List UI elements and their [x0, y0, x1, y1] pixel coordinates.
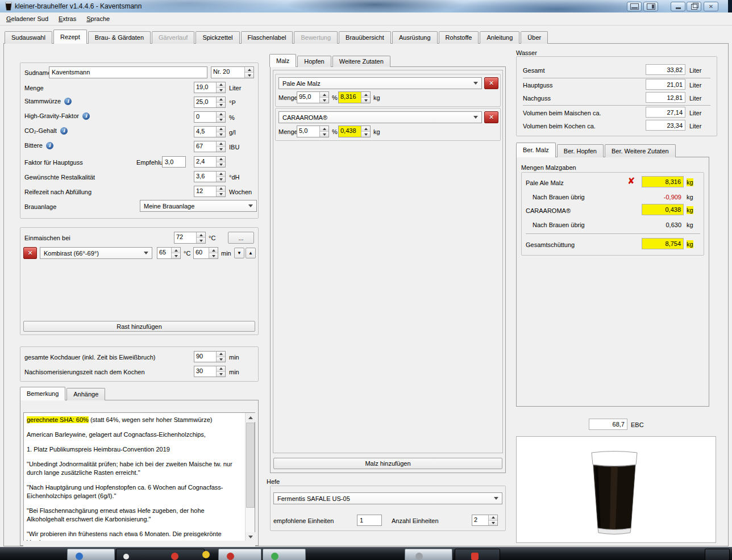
spin-up-icon[interactable] [209, 248, 218, 253]
close-button[interactable]: ✕ [704, 2, 718, 11]
notes-scrollbar[interactable] [245, 413, 255, 541]
info-icon[interactable]: i [82, 112, 90, 120]
tab-spickzettel[interactable]: Spickzettel [196, 31, 239, 44]
restore-button[interactable] [687, 2, 701, 11]
menu-geladener-sud[interactable]: Geladener Sud [1, 14, 53, 24]
spin-down-icon[interactable] [217, 371, 225, 377]
tab-brau-gaerdaten[interactable]: Brau- & Gärdaten [88, 31, 151, 44]
info-icon[interactable]: i [46, 142, 53, 149]
minimize-button[interactable] [671, 2, 685, 11]
tab-ber-hopfen[interactable]: Ber. Hopfen [557, 144, 604, 157]
menge-input[interactable]: 19,0 [194, 82, 226, 93]
tab-ber-weitere-zutaten[interactable]: Ber. Weitere Zutaten [605, 144, 676, 157]
spin-up-icon[interactable] [217, 127, 225, 132]
high-gravity-input[interactable]: 0 [194, 111, 226, 123]
spin-down-icon[interactable] [217, 87, 225, 93]
spin-down-icon[interactable] [217, 102, 225, 108]
spin-down-icon[interactable] [197, 237, 205, 243]
spin-down-icon[interactable] [320, 97, 328, 103]
tab-weitere-zutaten[interactable]: Weitere Zutaten [332, 56, 390, 67]
spin-down-icon[interactable] [217, 117, 225, 123]
info-icon[interactable]: i [64, 98, 72, 105]
malt-select[interactable]: CARAAROMA® [278, 111, 482, 123]
spin-up-icon[interactable] [217, 112, 225, 117]
move-rast-down-button[interactable]: ▼ [234, 248, 244, 258]
move-rast-up-button[interactable]: ▲ [246, 248, 256, 258]
taskbar-app-button[interactable] [116, 549, 205, 560]
empfohlene-einheiten-value[interactable]: 1 [357, 515, 382, 526]
spin-up-icon[interactable] [217, 141, 225, 147]
spin-up-icon[interactable] [361, 126, 370, 131]
spin-up-icon[interactable] [217, 172, 225, 177]
spin-up-icon[interactable] [320, 126, 328, 131]
window-extra-button-2[interactable] [643, 2, 658, 11]
spin-up-icon[interactable] [245, 67, 253, 72]
hauptguss-faktor-input[interactable]: 2,4 [194, 156, 226, 168]
add-rast-button[interactable]: Rast hinzufügen [23, 321, 255, 332]
menu-sprache[interactable]: Sprache [81, 14, 115, 24]
malt-kg-input[interactable]: 0,438 [338, 126, 371, 137]
taskbar-app-button[interactable] [705, 549, 730, 560]
empfehlung-value[interactable]: 3,0 [162, 156, 186, 168]
taskbar[interactable] [0, 547, 732, 560]
rast-select[interactable]: Kombirast (66°-69°) [40, 247, 152, 259]
spin-up-icon[interactable] [217, 82, 225, 87]
spin-up-icon[interactable] [197, 232, 205, 237]
spin-down-icon[interactable] [217, 177, 225, 182]
spin-up-icon[interactable] [320, 92, 328, 97]
spin-down-icon[interactable] [172, 253, 180, 258]
tab-ausruestung[interactable]: Ausrüstung [392, 31, 438, 44]
brauanlage-select[interactable]: Meine Brauanlage [140, 200, 257, 212]
tab-rezept[interactable]: Rezept [53, 30, 87, 44]
taskbar-app-button[interactable] [455, 549, 500, 560]
tab-rohstoffe[interactable]: Rohstoffe [439, 31, 479, 44]
malt-percent-input[interactable]: 95,0 [297, 91, 329, 103]
co2-input[interactable]: 4,5 [194, 126, 226, 137]
tab-ueber[interactable]: Über [521, 31, 548, 44]
taskbar-app-button[interactable] [67, 549, 115, 560]
scroll-down-icon[interactable] [246, 532, 255, 541]
taskbar-app-button[interactable] [218, 549, 261, 560]
spin-up-icon[interactable] [217, 157, 225, 162]
taskbar-app-button[interactable] [405, 549, 452, 560]
nachisomerisierung-input[interactable]: 30 [194, 366, 226, 377]
spin-down-icon[interactable] [209, 253, 218, 258]
calc-malt-kg-value[interactable]: 0,438 [642, 204, 684, 215]
menu-extras[interactable]: Extras [53, 14, 81, 24]
tab-bemerkung[interactable]: Bemerkung [20, 387, 65, 400]
spin-up-icon[interactable] [361, 92, 370, 97]
gesamtschuettung-value[interactable]: 8,754 [642, 238, 684, 249]
spin-up-icon[interactable] [217, 352, 225, 357]
bittere-input[interactable]: 67 [194, 141, 226, 152]
tab-anhaenge[interactable]: Anhänge [66, 388, 105, 400]
delete-rast-button[interactable]: ✕ [23, 247, 37, 259]
malt-percent-input[interactable]: 5,0 [297, 126, 329, 137]
spin-down-icon[interactable] [361, 131, 370, 137]
calc-malt-kg-value[interactable]: 8,316 [642, 176, 684, 187]
tab-anleitung[interactable]: Anleitung [480, 31, 519, 44]
delete-malt-button[interactable]: ✕ [484, 77, 498, 89]
spin-up-icon[interactable] [217, 366, 225, 371]
spin-down-icon[interactable] [489, 520, 497, 526]
taskbar-app-button[interactable] [263, 549, 306, 560]
stammwuerze-input[interactable]: 25,0 [194, 97, 226, 108]
tab-hopfen[interactable]: Hopfen [297, 56, 331, 67]
hefe-select[interactable]: Fermentis SAFALE US-05 [273, 492, 502, 504]
spin-down-icon[interactable] [217, 357, 225, 362]
malt-kg-input[interactable]: 8,316 [338, 91, 371, 103]
spin-up-icon[interactable] [217, 186, 225, 191]
delete-malt-button[interactable]: ✕ [484, 111, 498, 123]
kochdauer-input[interactable]: 90 [194, 351, 226, 362]
scrollbar-thumb[interactable] [246, 423, 255, 508]
window-extra-button-1[interactable] [627, 2, 642, 11]
spin-down-icon[interactable] [361, 97, 370, 103]
spin-up-icon[interactable] [172, 248, 180, 253]
spin-down-icon[interactable] [320, 131, 328, 137]
einmaischen-more-button[interactable]: ... [228, 232, 254, 244]
tab-malz[interactable]: Malz [269, 54, 296, 67]
tab-brauuebersicht[interactable]: Brauübersicht [339, 31, 391, 44]
rast-temp-input[interactable]: 65 [157, 247, 181, 259]
info-icon[interactable]: i [60, 127, 68, 135]
restalkalitaet-input[interactable]: 3,6 [194, 171, 226, 182]
spin-down-icon[interactable] [217, 191, 225, 197]
